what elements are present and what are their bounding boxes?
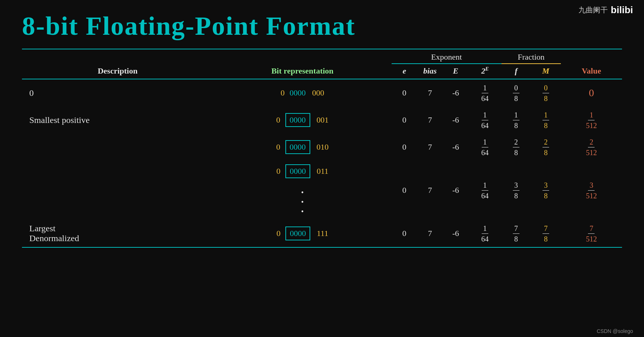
cell-e: 0 bbox=[392, 220, 417, 247]
cell-bit-rep: 0 0000 011 ••• bbox=[213, 161, 392, 220]
cell-E: -6 bbox=[443, 134, 469, 161]
cell-bias: 7 bbox=[417, 106, 443, 134]
cell-M: 1 8 bbox=[531, 106, 561, 134]
cell-f: 3 8 bbox=[501, 161, 531, 220]
cell-description: LargestDenormalized bbox=[22, 220, 213, 247]
empty-group-2 bbox=[561, 49, 622, 64]
cell-value: 0 bbox=[561, 79, 622, 106]
col-M-header: M bbox=[531, 64, 561, 79]
exponent-group-header: Exponent bbox=[392, 49, 501, 64]
bit-frac: 000 bbox=[312, 88, 324, 97]
table-row: LargestDenormalized 0 0000 111 07-6 1 64… bbox=[22, 220, 622, 247]
bit-frac: 011 bbox=[317, 166, 328, 176]
col-2E-header: 2E bbox=[469, 64, 501, 79]
cell-value: 2 512 bbox=[561, 134, 622, 161]
table-row: Smallest positive 0 0000 001 07-6 1 64 1… bbox=[22, 106, 622, 134]
cell-bias: 7 bbox=[417, 161, 443, 220]
bit-frac: 111 bbox=[317, 229, 328, 238]
cell-bit-rep: 0 0000 000 bbox=[213, 79, 392, 106]
bit-exp-boxed: 0000 bbox=[285, 140, 310, 154]
bit-sign: 0 bbox=[276, 142, 280, 151]
cell-value: 1 512 bbox=[561, 106, 622, 134]
cell-e: 0 bbox=[392, 106, 417, 134]
cell-2E: 1 64 bbox=[469, 134, 501, 161]
col-description: Description bbox=[22, 64, 213, 79]
bit-frac: 010 bbox=[317, 142, 329, 151]
cell-description bbox=[22, 134, 213, 161]
page-container: 九曲阑干 bilibi 8-bit Floating-Point Format … bbox=[0, 0, 644, 337]
bit-exp-boxed: 0000 bbox=[285, 226, 310, 240]
bit-exp: 0000 bbox=[290, 88, 306, 97]
watermark-cn: 九曲阑干 bbox=[578, 5, 608, 15]
cell-bit-rep: 0 0000 111 bbox=[213, 220, 392, 247]
fraction-group-header: Fraction bbox=[501, 49, 561, 64]
bit-exp-boxed: 0000 bbox=[285, 164, 310, 178]
watermark: 九曲阑干 bilibi bbox=[578, 4, 633, 16]
empty-group-1 bbox=[22, 49, 392, 64]
col-bias: bias bbox=[417, 64, 443, 79]
bit-sign: 0 bbox=[281, 88, 285, 97]
cell-description: 0 bbox=[22, 79, 213, 106]
col-header-row: Description Bit representation e bias E … bbox=[22, 64, 622, 79]
cell-M: 3 8 bbox=[531, 161, 561, 220]
cell-2E: 1 64 bbox=[469, 79, 501, 106]
table-body: 0 0 0000 000 07-6 1 64 0 8 0 8 0Smallest… bbox=[22, 79, 622, 247]
cell-E: -6 bbox=[443, 220, 469, 247]
cell-2E: 1 64 bbox=[469, 106, 501, 134]
cell-value: 3 512 bbox=[561, 161, 622, 220]
col-bit-representation: Bit representation bbox=[213, 64, 392, 79]
cell-E: -6 bbox=[443, 106, 469, 134]
cell-M: 2 8 bbox=[531, 134, 561, 161]
cell-bit-rep: 0 0000 001 bbox=[213, 106, 392, 134]
bit-exp-boxed: 0000 bbox=[285, 113, 310, 127]
col-f-header: f bbox=[501, 64, 531, 79]
cell-bias: 7 bbox=[417, 79, 443, 106]
bit-frac: 001 bbox=[317, 115, 329, 124]
cell-f: 1 8 bbox=[501, 106, 531, 134]
table-row: 0 0000 011 •••07-6 1 64 3 8 3 8 3 512 bbox=[22, 161, 622, 220]
cell-E: -6 bbox=[443, 161, 469, 220]
cell-2E: 1 64 bbox=[469, 220, 501, 247]
cell-e: 0 bbox=[392, 79, 417, 106]
bottom-credit: CSDN @solego bbox=[597, 328, 633, 334]
main-table: Exponent Fraction Description Bit repres… bbox=[22, 49, 622, 248]
cell-description bbox=[22, 161, 213, 220]
col-E-header: E bbox=[443, 64, 469, 79]
cell-f: 0 8 bbox=[501, 79, 531, 106]
cell-M: 7 8 bbox=[531, 220, 561, 247]
bit-sign: 0 bbox=[276, 115, 280, 124]
bit-sign: 0 bbox=[276, 166, 280, 176]
page-title: 8-bit Floating-Point Format bbox=[22, 11, 622, 41]
cell-bias: 7 bbox=[417, 220, 443, 247]
bit-sign: 0 bbox=[277, 229, 281, 238]
cell-description: Smallest positive bbox=[22, 106, 213, 134]
cell-e: 0 bbox=[392, 134, 417, 161]
cell-f: 7 8 bbox=[501, 220, 531, 247]
col-value-header: Value bbox=[561, 64, 622, 79]
cell-2E: 1 64 bbox=[469, 161, 501, 220]
watermark-bili: bilibi bbox=[611, 4, 633, 16]
cell-M: 0 8 bbox=[531, 79, 561, 106]
cell-bit-rep: 0 0000 010 bbox=[213, 134, 392, 161]
cell-f: 2 8 bbox=[501, 134, 531, 161]
cell-e: 0 bbox=[392, 161, 417, 220]
cell-value: 7 512 bbox=[561, 220, 622, 247]
table-row: 0 0000 010 07-6 1 64 2 8 2 8 2 512 bbox=[22, 134, 622, 161]
cell-bias: 7 bbox=[417, 134, 443, 161]
cell-E: -6 bbox=[443, 79, 469, 106]
col-e: e bbox=[392, 64, 417, 79]
group-header-row: Exponent Fraction bbox=[22, 49, 622, 64]
table-row: 0 0 0000 000 07-6 1 64 0 8 0 8 0 bbox=[22, 79, 622, 106]
